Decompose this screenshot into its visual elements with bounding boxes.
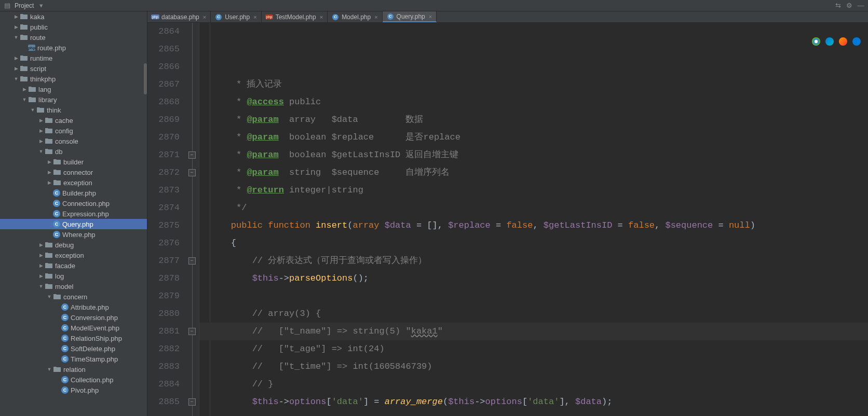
- close-icon[interactable]: ×: [320, 14, 323, 20]
- tree-arrow-icon[interactable]: ▶: [21, 87, 28, 92]
- tree-arrow-icon[interactable]: ▶: [12, 24, 20, 30]
- tree-item-public[interactable]: ▶public: [0, 22, 147, 32]
- gear-icon[interactable]: ⚙: [845, 2, 853, 10]
- tree-item-query-php[interactable]: ▶CQuery.php: [0, 219, 147, 229]
- tree-item-thinkphp[interactable]: ▼thinkphp: [0, 74, 147, 84]
- close-icon[interactable]: ×: [429, 13, 432, 20]
- tree-arrow-icon[interactable]: ▶: [37, 263, 45, 268]
- tree-arrow-icon[interactable]: ▶: [46, 159, 53, 164]
- tree-arrow-icon[interactable]: ▶: [46, 180, 53, 185]
- tree-item-cache[interactable]: ▶cache: [0, 115, 147, 126]
- code-line[interactable]: */: [210, 199, 868, 217]
- tree-item-relation[interactable]: ▼relation: [0, 364, 147, 375]
- code-editor[interactable]: 2864286528662867286828692870287128722873…: [147, 23, 868, 416]
- tree-item-runtime[interactable]: ▶runtime: [0, 53, 147, 63]
- tree-arrow-icon[interactable]: ▼: [37, 284, 45, 289]
- code-line[interactable]: public function insert(array $data = [],…: [210, 217, 868, 234]
- tree-item-model[interactable]: ▼model: [0, 281, 147, 292]
- tree-arrow-icon[interactable]: ▶: [12, 66, 20, 71]
- tree-item-config[interactable]: ▶config: [0, 126, 147, 136]
- tree-item-connection-php[interactable]: ▶CConnection.php: [0, 198, 147, 209]
- tree-item-modelevent-php[interactable]: ▶CModelEvent.php: [0, 323, 147, 333]
- tree-item-collection-php[interactable]: ▶CCollection.php: [0, 375, 147, 385]
- tree-item-connector[interactable]: ▶connector: [0, 167, 147, 177]
- tree-item-exception[interactable]: ▶exception: [0, 177, 147, 188]
- tab-user-php[interactable]: CUser.php×: [211, 11, 261, 22]
- code-line[interactable]: [210, 287, 868, 305]
- tree-item-script[interactable]: ▶script: [0, 63, 147, 74]
- tree-arrow-icon[interactable]: ▶: [37, 128, 45, 133]
- tree-item-library[interactable]: ▼library: [0, 94, 147, 105]
- code-line[interactable]: * @param boolean $getLastInsID 返回自增主键: [210, 146, 868, 164]
- tree-arrow-icon[interactable]: ▼: [29, 107, 36, 113]
- code-line[interactable]: // ["t_time"] => int(1605846739): [210, 358, 868, 376]
- tab-database-php[interactable]: phpdatabase.php×: [147, 11, 211, 22]
- tree-item-builder[interactable]: ▶builder: [0, 157, 147, 167]
- tree-item-lang[interactable]: ▶lang: [0, 84, 147, 94]
- code-line[interactable]: * @access public: [210, 93, 868, 111]
- tab-query-php[interactable]: CQuery.php×: [383, 11, 437, 22]
- tree-item-softdelete-php[interactable]: ▶CSoftDelete.php: [0, 343, 147, 354]
- tree-arrow-icon[interactable]: ▶: [37, 118, 45, 123]
- project-tree[interactable]: ▶kaka▶public▼route▶phproute.php▶runtime▶…: [0, 11, 147, 416]
- tree-arrow-icon[interactable]: ▶: [37, 273, 45, 279]
- fold-column[interactable]: −−−−−: [185, 23, 199, 416]
- tree-arrow-icon[interactable]: ▼: [12, 35, 20, 40]
- code-line[interactable]: // }: [210, 376, 868, 393]
- minimize-icon[interactable]: —: [857, 2, 865, 10]
- project-label[interactable]: Project: [15, 2, 34, 9]
- tree-item-attribute-php[interactable]: ▶CAttribute.php: [0, 302, 147, 312]
- code-line[interactable]: // ["t_age"] => int(24): [210, 340, 868, 358]
- tree-item-concern[interactable]: ▼concern: [0, 292, 147, 302]
- tree-item-db[interactable]: ▼db: [0, 146, 147, 157]
- scrollbar-thumb[interactable]: [144, 63, 147, 94]
- tree-arrow-icon[interactable]: ▶: [12, 14, 20, 19]
- tree-arrow-icon[interactable]: ▶: [37, 253, 45, 258]
- tree-item-relationship-php[interactable]: ▶CRelationShip.php: [0, 333, 147, 343]
- tree-item-exception[interactable]: ▶exception: [0, 250, 147, 260]
- chrome-icon[interactable]: [812, 37, 820, 46]
- tab-model-php[interactable]: CModel.php×: [328, 11, 382, 22]
- tree-item-where-php[interactable]: ▶CWhere.php: [0, 229, 147, 240]
- code-line[interactable]: * 插入记录: [210, 76, 868, 93]
- tree-item-timestamp-php[interactable]: ▶CTimeStamp.php: [0, 354, 147, 364]
- fold-toggle-icon[interactable]: −: [188, 151, 196, 159]
- tree-item-route-php[interactable]: ▶phproute.php: [0, 43, 147, 53]
- tree-arrow-icon[interactable]: ▶: [46, 170, 53, 175]
- tree-arrow-icon[interactable]: ▼: [37, 149, 45, 154]
- tree-item-kaka[interactable]: ▶kaka: [0, 11, 147, 22]
- firefox-icon[interactable]: [839, 37, 847, 46]
- edge-icon[interactable]: [825, 37, 834, 46]
- tree-arrow-icon[interactable]: ▶: [37, 242, 45, 247]
- code-line[interactable]: $this->parseOptions();: [210, 270, 868, 287]
- ie-icon[interactable]: [852, 37, 861, 46]
- tree-arrow-icon[interactable]: ▼: [46, 367, 53, 372]
- close-icon[interactable]: ×: [253, 14, 256, 20]
- code-line[interactable]: // 分析表达式（可用于查询或者写入操作）: [210, 252, 868, 270]
- tree-item-think[interactable]: ▼think: [0, 105, 147, 115]
- code-line[interactable]: [210, 411, 868, 416]
- tree-item-builder-php[interactable]: ▶CBuilder.php: [0, 188, 147, 198]
- chevron-down-icon[interactable]: ▾: [37, 2, 45, 10]
- tab-testmodel-php[interactable]: phpTestModel.php×: [262, 11, 328, 22]
- tree-item-pivot-php[interactable]: ▶CPivot.php: [0, 385, 147, 395]
- code-line[interactable]: // array(3) {: [210, 305, 868, 323]
- fold-toggle-icon[interactable]: −: [188, 169, 196, 176]
- collapse-icon[interactable]: ⇆: [834, 2, 842, 10]
- code-line[interactable]: * @param array $data 数据: [210, 111, 868, 129]
- code-content[interactable]: * 插入记录 * @access public * @param array $…: [199, 23, 868, 416]
- close-icon[interactable]: ×: [374, 14, 377, 20]
- fold-toggle-icon[interactable]: −: [188, 257, 196, 265]
- fold-toggle-icon[interactable]: −: [188, 398, 196, 406]
- code-line[interactable]: * @param string $sequence 自增序列名: [210, 164, 868, 182]
- tree-item-facade[interactable]: ▶facade: [0, 260, 147, 271]
- code-line[interactable]: $this->options['data'] = array_merge($th…: [210, 393, 868, 411]
- tree-arrow-icon[interactable]: ▼: [46, 294, 53, 299]
- tree-arrow-icon[interactable]: ▶: [37, 138, 45, 144]
- tree-item-route[interactable]: ▼route: [0, 32, 147, 43]
- tree-item-expression-php[interactable]: ▶CExpression.php: [0, 209, 147, 219]
- tree-arrow-icon[interactable]: ▼: [21, 97, 28, 102]
- tree-arrow-icon[interactable]: ▶: [12, 56, 20, 61]
- tree-arrow-icon[interactable]: ▼: [12, 76, 20, 81]
- fold-toggle-icon[interactable]: −: [188, 328, 196, 335]
